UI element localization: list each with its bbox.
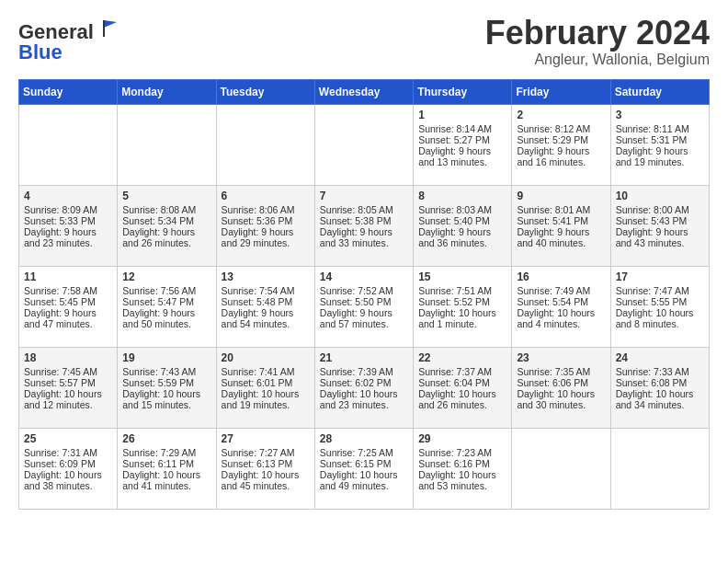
day-detail: and 30 minutes.	[517, 399, 605, 410]
day-detail: Sunrise: 8:00 AM	[616, 204, 704, 215]
calendar-cell: 12Sunrise: 7:56 AMSunset: 5:47 PMDayligh…	[118, 266, 216, 347]
day-detail: Sunrise: 7:33 AM	[616, 366, 704, 377]
day-number: 16	[517, 270, 605, 283]
day-detail: Sunset: 5:55 PM	[616, 296, 704, 307]
day-detail: Sunset: 5:45 PM	[24, 296, 112, 307]
day-detail: and 53 minutes.	[418, 480, 506, 491]
calendar-cell: 10Sunrise: 8:00 AMSunset: 5:43 PMDayligh…	[610, 185, 709, 266]
day-detail: Sunrise: 7:45 AM	[24, 366, 112, 377]
day-number: 26	[122, 432, 210, 445]
day-detail: Sunrise: 7:54 AM	[222, 285, 310, 296]
location-title: Angleur, Wallonia, Belgium	[485, 52, 710, 68]
day-detail: Sunset: 6:08 PM	[616, 377, 704, 388]
day-detail: Sunrise: 8:09 AM	[24, 204, 112, 215]
day-detail: Sunset: 5:43 PM	[616, 215, 704, 226]
day-number: 28	[320, 432, 408, 445]
calendar-cell: 17Sunrise: 7:47 AMSunset: 5:55 PMDayligh…	[610, 266, 709, 347]
weekday-header-thursday: Thursday	[414, 79, 512, 104]
day-number: 6	[222, 190, 310, 202]
day-detail: Daylight: 10 hours	[616, 307, 704, 318]
day-detail: Daylight: 9 hours	[418, 226, 506, 237]
calendar-cell	[19, 104, 118, 185]
day-number: 27	[222, 432, 310, 445]
day-number: 29	[418, 432, 506, 445]
calendar-cell: 24Sunrise: 7:33 AMSunset: 6:08 PMDayligh…	[610, 347, 709, 428]
day-detail: and 40 minutes.	[517, 237, 605, 248]
day-detail: Daylight: 10 hours	[122, 388, 210, 399]
day-detail: Daylight: 9 hours	[24, 307, 112, 318]
svg-marker-0	[104, 20, 117, 37]
day-detail: and 49 minutes.	[320, 480, 408, 491]
day-detail: Sunset: 5:33 PM	[24, 215, 112, 226]
day-detail: Sunrise: 7:43 AM	[122, 366, 210, 377]
calendar-cell	[314, 104, 413, 185]
day-number: 18	[24, 351, 112, 364]
day-detail: Sunrise: 7:37 AM	[418, 366, 506, 377]
day-detail: and 8 minutes.	[616, 318, 704, 329]
day-detail: Sunset: 5:59 PM	[122, 377, 210, 388]
weekday-header-monday: Monday	[118, 79, 216, 104]
day-number: 5	[122, 190, 210, 202]
calendar-cell: 21Sunrise: 7:39 AMSunset: 6:02 PMDayligh…	[314, 347, 413, 428]
calendar-cell: 25Sunrise: 7:31 AMSunset: 6:09 PMDayligh…	[19, 428, 118, 509]
day-detail: Sunrise: 7:27 AM	[222, 447, 310, 458]
day-detail: Daylight: 9 hours	[418, 145, 506, 156]
day-number: 22	[418, 351, 506, 364]
calendar-table: SundayMondayTuesdayWednesdayThursdayFrid…	[18, 79, 710, 510]
day-detail: Daylight: 10 hours	[418, 469, 506, 480]
day-detail: Daylight: 9 hours	[320, 307, 408, 318]
calendar-cell: 5Sunrise: 8:08 AMSunset: 5:34 PMDaylight…	[118, 185, 216, 266]
day-detail: Sunrise: 7:35 AM	[517, 366, 605, 377]
day-detail: Sunrise: 8:12 AM	[517, 123, 605, 134]
day-detail: Sunrise: 8:05 AM	[320, 204, 408, 215]
calendar-cell: 22Sunrise: 7:37 AMSunset: 6:04 PMDayligh…	[414, 347, 512, 428]
day-detail: Sunset: 5:54 PM	[517, 296, 605, 307]
day-detail: and 29 minutes.	[222, 237, 310, 248]
calendar-cell: 1Sunrise: 8:14 AMSunset: 5:27 PMDaylight…	[414, 104, 512, 185]
day-detail: Daylight: 10 hours	[222, 388, 310, 399]
calendar-cell: 13Sunrise: 7:54 AMSunset: 5:48 PMDayligh…	[216, 266, 314, 347]
day-detail: and 26 minutes.	[122, 237, 210, 248]
calendar-cell: 23Sunrise: 7:35 AMSunset: 6:06 PMDayligh…	[512, 347, 610, 428]
day-detail: and 1 minute.	[418, 318, 506, 329]
day-detail: Daylight: 9 hours	[517, 226, 605, 237]
calendar-cell	[512, 428, 610, 509]
day-number: 14	[320, 270, 408, 283]
day-detail: Sunrise: 7:52 AM	[320, 285, 408, 296]
calendar-cell: 18Sunrise: 7:45 AMSunset: 5:57 PMDayligh…	[19, 347, 118, 428]
day-number: 24	[616, 351, 704, 364]
calendar-cell: 20Sunrise: 7:41 AMSunset: 6:01 PMDayligh…	[216, 347, 314, 428]
calendar-week-3: 11Sunrise: 7:58 AMSunset: 5:45 PMDayligh…	[19, 266, 710, 347]
day-number: 13	[222, 270, 310, 283]
day-detail: Daylight: 9 hours	[616, 145, 704, 156]
calendar-week-4: 18Sunrise: 7:45 AMSunset: 5:57 PMDayligh…	[19, 347, 710, 428]
day-detail: Sunset: 5:29 PM	[517, 134, 605, 145]
day-detail: and 45 minutes.	[222, 480, 310, 491]
day-detail: Sunset: 5:38 PM	[320, 215, 408, 226]
day-detail: and 23 minutes.	[24, 237, 112, 248]
title-area: February 2024 Angleur, Wallonia, Belgium	[485, 15, 710, 68]
day-detail: Daylight: 9 hours	[122, 307, 210, 318]
day-detail: and 54 minutes.	[222, 318, 310, 329]
weekday-header-tuesday: Tuesday	[216, 79, 314, 104]
logo-flag-icon	[100, 18, 120, 39]
calendar-cell	[216, 104, 314, 185]
day-detail: Daylight: 9 hours	[222, 226, 310, 237]
calendar-cell: 26Sunrise: 7:29 AMSunset: 6:11 PMDayligh…	[118, 428, 216, 509]
calendar-cell: 3Sunrise: 8:11 AMSunset: 5:31 PMDaylight…	[610, 104, 709, 185]
day-detail: and 19 minutes.	[616, 156, 704, 167]
calendar-cell: 28Sunrise: 7:25 AMSunset: 6:15 PMDayligh…	[314, 428, 413, 509]
weekday-header-saturday: Saturday	[610, 79, 709, 104]
day-detail: Daylight: 10 hours	[320, 469, 408, 480]
day-detail: Sunset: 5:34 PM	[122, 215, 210, 226]
day-detail: and 57 minutes.	[320, 318, 408, 329]
logo-blue-text: Blue	[18, 40, 63, 63]
day-detail: Sunrise: 8:11 AM	[616, 123, 704, 134]
calendar-cell: 2Sunrise: 8:12 AMSunset: 5:29 PMDaylight…	[512, 104, 610, 185]
day-detail: Sunrise: 7:49 AM	[517, 285, 605, 296]
day-number: 17	[616, 270, 704, 283]
day-detail: Sunset: 6:16 PM	[418, 458, 506, 469]
day-number: 4	[24, 190, 112, 202]
day-detail: Sunset: 5:48 PM	[222, 296, 310, 307]
day-detail: Sunrise: 7:31 AM	[24, 447, 112, 458]
